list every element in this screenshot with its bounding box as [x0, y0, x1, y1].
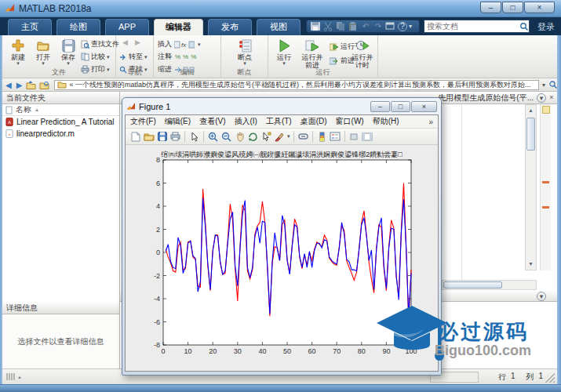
run-advance-icon [298, 38, 326, 53]
new-figure-icon[interactable] [129, 130, 142, 143]
comment-button[interactable]: 注释 %%% [158, 52, 199, 62]
brush-dropdown-icon[interactable]: ▾ [287, 134, 290, 139]
file-column-icon [5, 106, 13, 114]
warning-marker[interactable] [542, 206, 549, 209]
browse-folder-icon[interactable] [39, 81, 49, 89]
up-folder-icon[interactable] [26, 81, 36, 89]
redo-icon[interactable]: ↷ [373, 21, 384, 31]
name-column-header[interactable]: 名称 ▲ [2, 104, 119, 116]
back-icon[interactable]: ◀ [5, 81, 12, 89]
breakpoints-button[interactable]: 断点 ▾ [232, 38, 257, 66]
ribbon-tab[interactable]: 视图 [257, 19, 301, 35]
message-summary-icon[interactable] [542, 106, 550, 114]
ribbon-tab[interactable]: 发布 [208, 19, 252, 35]
save-figure-icon[interactable] [155, 130, 169, 143]
figure-menu-item[interactable]: 工具(T) [266, 116, 292, 127]
scrollbar-thumb[interactable] [443, 281, 502, 289]
find-files-button[interactable]: 查找文件 [81, 39, 119, 49]
figure-menu-item[interactable]: 插入(I) [234, 116, 257, 127]
path-dropdown-icon[interactable]: ▾ [542, 82, 545, 89]
show-plot-tools-icon[interactable] [361, 130, 374, 143]
save-icon[interactable] [310, 21, 321, 31]
scrollbar-thumb[interactable] [526, 118, 535, 151]
svg-text:10: 10 [184, 347, 192, 355]
figure-titlebar[interactable]: Figure 1 – □ × [125, 98, 439, 114]
pan-icon[interactable] [233, 130, 246, 143]
ribbon-tab[interactable]: 编辑器 [154, 19, 203, 35]
warning-marker[interactable] [542, 181, 549, 183]
nav-forward-icon[interactable]: ▶ [135, 38, 140, 46]
figure-minimize-button[interactable]: – [370, 101, 390, 112]
figure-menu-item[interactable]: 文件(F) [130, 116, 156, 127]
figure-menu-item[interactable]: 帮助(H) [373, 116, 399, 127]
copy-icon[interactable] [335, 21, 346, 31]
ribbon-tab[interactable]: APP [105, 19, 149, 35]
qa-dropdown-icon[interactable]: ▾ [409, 23, 412, 30]
editor-document-title[interactable]: ，先用模型生成原始信号(平... [430, 93, 534, 103]
maximize-button[interactable]: □ [502, 2, 523, 13]
figure-close-button[interactable]: × [411, 101, 437, 112]
undo-icon[interactable]: ↶ [360, 21, 371, 31]
goto-button[interactable]: 转至▾ [119, 52, 148, 62]
save-button[interactable]: 保存 ▾ [56, 38, 81, 66]
editor-vertical-scrollbar[interactable]: ▲ ▼ [525, 104, 537, 270]
zoom-out-icon[interactable] [220, 130, 233, 143]
new-window-icon[interactable] [385, 21, 396, 31]
current-folder-path[interactable]: « 一个线性预测的matlab仿真程序，先用模型生成原始信号(平稳随机过程)，然… [54, 80, 539, 90]
open-button[interactable]: 打开 ▾ [31, 38, 56, 66]
figure-menu-item[interactable]: 窗口(W) [336, 116, 364, 127]
resize-grip[interactable] [545, 373, 555, 383]
zoom-in-icon[interactable] [206, 130, 220, 143]
paste-icon[interactable] [348, 21, 359, 31]
print-figure-icon[interactable] [169, 130, 182, 143]
brush-icon[interactable] [273, 130, 286, 143]
hide-plot-tools-icon[interactable] [348, 130, 361, 143]
editor-horizontal-scrollbar[interactable] [442, 280, 537, 290]
ribbon-tab[interactable]: 主页 [8, 19, 52, 35]
figure-menu-item[interactable]: 桌面(D) [301, 116, 327, 127]
svg-text:2: 2 [156, 226, 160, 234]
figure-maximize-button[interactable]: □ [391, 101, 410, 112]
comment-icons: %%% [175, 53, 199, 60]
figure-menu-item[interactable]: 编辑(E) [165, 116, 191, 127]
compare-button[interactable]: 比较▾ [81, 52, 110, 62]
rotate-3d-icon[interactable] [246, 130, 260, 143]
ribbon-tab[interactable]: 绘图 [56, 19, 100, 35]
sort-asc-icon: ▲ [35, 107, 39, 112]
file-list-item[interactable]: » linearpredictor.m [2, 128, 119, 140]
insert-legend-icon[interactable] [329, 130, 342, 143]
minimize-button[interactable]: – [480, 2, 501, 13]
scroll-up-icon[interactable]: ▲ [526, 105, 536, 116]
insert-colorbar-icon[interactable] [315, 130, 329, 143]
details-placeholder: 选择文件以查看详细信息 [18, 336, 104, 347]
help-icon[interactable]: ? [398, 22, 407, 31]
svg-text:-2: -2 [154, 272, 160, 280]
svg-text:0: 0 [156, 249, 160, 256]
figure-menu-item[interactable]: 查看(V) [199, 116, 225, 127]
scroll-down-icon[interactable]: ▼ [526, 259, 536, 270]
cut-icon[interactable] [322, 21, 333, 31]
nav-back-icon[interactable]: ◀ [122, 38, 128, 46]
editor-actions-icon[interactable]: ▾ [537, 93, 546, 103]
forward-icon[interactable]: ▶ [16, 81, 23, 89]
run-advance-button[interactable]: 运行并 前进 [298, 38, 326, 69]
close-button[interactable]: × [524, 2, 555, 13]
new-button[interactable]: 新建 ▾ [5, 38, 31, 66]
svg-text:20: 20 [209, 347, 217, 355]
menu-overflow-icon[interactable]: » [428, 118, 433, 126]
link-plot-icon[interactable] [297, 130, 310, 143]
search-input[interactable] [424, 22, 519, 31]
ribbon-tab-row: 主页绘图APP编辑器发布视图 ↶ ↷ ? ▾ 登录 [0, 17, 561, 35]
open-file-icon[interactable] [142, 130, 155, 143]
file-list-item[interactable]: A Linear Prediction_ A Tutorial [2, 116, 119, 128]
search-icon[interactable] [519, 22, 529, 31]
editor-close-icon[interactable]: × [547, 93, 556, 103]
new-icon [5, 38, 31, 53]
login-link[interactable]: 登录 [537, 21, 555, 33]
run-time-button[interactable]: 运行并 计时 [348, 38, 377, 69]
edit-plot-cursor-icon[interactable] [188, 130, 201, 143]
svg-text:-4: -4 [154, 295, 160, 303]
data-cursor-icon[interactable] [260, 130, 273, 143]
run-button[interactable]: 运行 ▾ [271, 38, 297, 66]
insert-button[interactable]: 插入 fx ▾ [158, 39, 201, 49]
